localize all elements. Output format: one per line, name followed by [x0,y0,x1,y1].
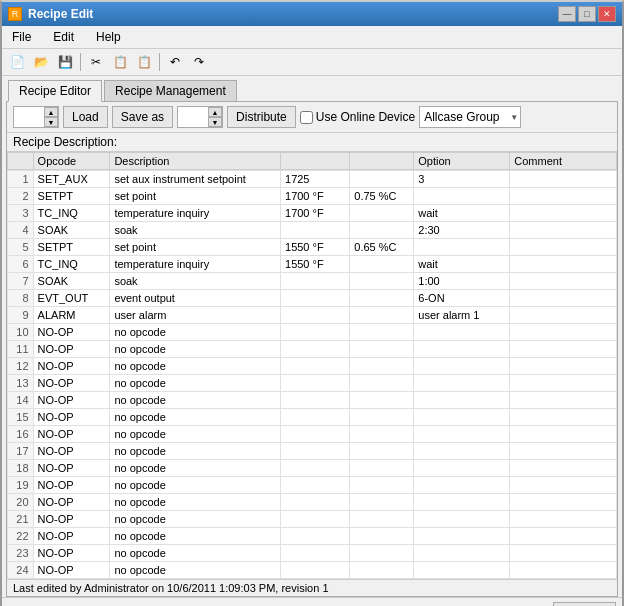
cell-val1 [281,409,350,426]
table-row[interactable]: 24 NO-OP no opcode [8,562,617,579]
table-row[interactable]: 15 NO-OP no opcode [8,409,617,426]
recipe-description-label: Recipe Description: [13,135,117,149]
load-button[interactable]: Load [63,106,108,128]
use-online-device-checkbox[interactable] [300,111,313,124]
cell-num: 22 [8,528,34,545]
table-row[interactable]: 3 TC_INQ temperature inquiry 1700 °F wai… [8,205,617,222]
table-row[interactable]: 16 NO-OP no opcode [8,426,617,443]
table-row[interactable]: 2 SETPT set point 1700 °F 0.75 %C [8,188,617,205]
paste-button[interactable]: 📋 [133,51,155,73]
table-scroll-area[interactable]: 1 SET_AUX set aux instrument setpoint 17… [7,170,617,579]
table-row[interactable]: 21 NO-OP no opcode [8,511,617,528]
distribute-button[interactable]: Distribute [227,106,296,128]
cell-val2 [350,375,414,392]
save-as-button[interactable]: Save as [112,106,173,128]
cell-opcode: SETPT [33,188,110,205]
cell-num: 4 [8,222,34,239]
cell-val2 [350,494,414,511]
cell-description: no opcode [110,375,281,392]
menu-edit[interactable]: Edit [47,28,80,46]
recipe-number-spinner[interactable]: 12 ▲ ▼ [13,106,59,128]
table-row[interactable]: 7 SOAK soak 1:00 [8,273,617,290]
group-dropdown[interactable]: Allcase Group Group 2 Group 3 [419,106,521,128]
table-row[interactable]: 14 NO-OP no opcode [8,392,617,409]
cell-description: no opcode [110,545,281,562]
table-row[interactable]: 9 ALARM user alarm user alarm 1 [8,307,617,324]
open-button[interactable]: 📂 [30,51,52,73]
toolbar-sep-2 [159,53,160,71]
cell-description: no opcode [110,358,281,375]
save-number-input[interactable]: 12 [178,107,208,127]
new-button[interactable]: 📄 [6,51,28,73]
cell-comment [510,477,617,494]
table-row[interactable]: 8 EVT_OUT event output 6-ON [8,290,617,307]
cell-option: wait [414,256,510,273]
table-row[interactable]: 4 SOAK soak 2:30 [8,222,617,239]
cell-val2 [350,392,414,409]
table-row[interactable]: 10 NO-OP no opcode [8,324,617,341]
cell-opcode: NO-OP [33,341,110,358]
cell-num: 20 [8,494,34,511]
tab-recipe-editor[interactable]: Recipe Editor [8,80,102,102]
cell-val1 [281,273,350,290]
cell-num: 13 [8,375,34,392]
table-row[interactable]: 20 NO-OP no opcode [8,494,617,511]
table-row[interactable]: 5 SETPT set point 1550 °F 0.65 %C [8,239,617,256]
cell-opcode: NO-OP [33,528,110,545]
minimize-button[interactable]: — [558,6,576,22]
tab-recipe-management[interactable]: Recipe Management [104,80,237,101]
cell-num: 18 [8,460,34,477]
cut-button[interactable]: ✂ [85,51,107,73]
cell-option [414,477,510,494]
recipe-number-input[interactable]: 12 [14,107,44,127]
cell-comment [510,307,617,324]
cell-val2 [350,222,414,239]
cell-option [414,324,510,341]
cell-val1 [281,511,350,528]
spinner-up[interactable]: ▲ [44,107,58,117]
toolbar-sep-1 [80,53,81,71]
save-spinner-up[interactable]: ▲ [208,107,222,117]
col-val1 [281,153,350,170]
cell-description: no opcode [110,562,281,579]
save-button[interactable]: 💾 [54,51,76,73]
save-spinner-down[interactable]: ▼ [208,117,222,127]
undo-button[interactable]: ↶ [164,51,186,73]
cell-comment [510,358,617,375]
recipe-table-header: Opcode Description Option Comment [7,152,617,170]
table-row[interactable]: 23 NO-OP no opcode [8,545,617,562]
table-row[interactable]: 18 NO-OP no opcode [8,460,617,477]
table-row[interactable]: 13 NO-OP no opcode [8,375,617,392]
done-button[interactable]: Done [553,602,616,606]
group-dropdown-wrapper[interactable]: Allcase Group Group 2 Group 3 [419,106,521,128]
table-row[interactable]: 19 NO-OP no opcode [8,477,617,494]
cell-num: 11 [8,341,34,358]
maximize-button[interactable]: □ [578,6,596,22]
table-row[interactable]: 1 SET_AUX set aux instrument setpoint 17… [8,171,617,188]
cell-option [414,545,510,562]
cell-opcode: NO-OP [33,443,110,460]
redo-button[interactable]: ↷ [188,51,210,73]
cell-opcode: SETPT [33,239,110,256]
cell-opcode: NO-OP [33,511,110,528]
cell-val1 [281,375,350,392]
use-online-device-label[interactable]: Use Online Device [300,110,415,124]
cell-option [414,392,510,409]
table-row[interactable]: 11 NO-OP no opcode [8,341,617,358]
cell-val1 [281,290,350,307]
close-button[interactable]: ✕ [598,6,616,22]
cell-description: soak [110,222,281,239]
copy-button[interactable]: 📋 [109,51,131,73]
menu-help[interactable]: Help [90,28,127,46]
table-row[interactable]: 22 NO-OP no opcode [8,528,617,545]
table-row[interactable]: 17 NO-OP no opcode [8,443,617,460]
table-row[interactable]: 12 NO-OP no opcode [8,358,617,375]
cell-comment [510,511,617,528]
cell-description: no opcode [110,477,281,494]
save-number-spinner[interactable]: 12 ▲ ▼ [177,106,223,128]
cell-comment [510,426,617,443]
table-row[interactable]: 6 TC_INQ temperature inquiry 1550 °F wai… [8,256,617,273]
cell-val1 [281,443,350,460]
spinner-down[interactable]: ▼ [44,117,58,127]
menu-file[interactable]: File [6,28,37,46]
